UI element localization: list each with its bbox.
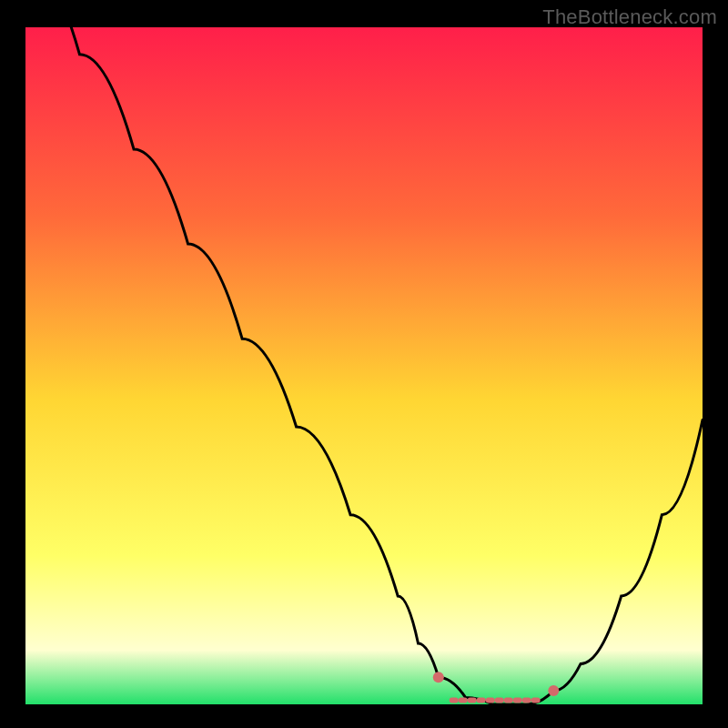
watermark-text: TheBottleneck.com (542, 5, 717, 29)
chart-frame: TheBottleneck.com (0, 0, 728, 728)
bottleneck-plot (25, 27, 703, 704)
range-marker-1 (548, 685, 559, 696)
range-marker-0 (433, 672, 444, 682)
chart-svg (25, 27, 703, 704)
